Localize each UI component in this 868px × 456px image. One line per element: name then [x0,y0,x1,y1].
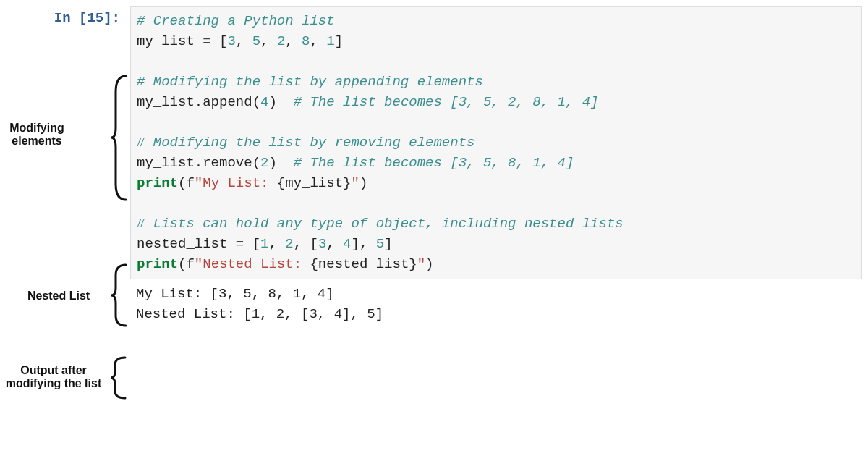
code-cell[interactable]: # Creating a Python list my_list = [3, 5… [130,6,862,279]
code-comment: # Modifying the list by appending elemen… [137,74,483,90]
input-prompt: In [15]: [54,10,120,26]
annotation-label: Output after modifying the list [0,364,110,391]
output-text: My List: [3, 5, 8, 1, 4] Nested List: [1… [130,279,862,329]
code-comment: # Lists can hold any type of object, inc… [137,216,624,232]
annotation-label: Modifying elements [4,122,70,148]
input-cell: In [15]: # Creating a Python list my_lis… [6,6,862,279]
output-cell: My List: [3, 5, 8, 1, 4] Nested List: [1… [6,279,862,329]
code-comment: # Creating a Python list [137,13,335,29]
annotation-label: Nested List [20,290,97,303]
code-text: my_list [137,33,203,49]
brace-icon [111,356,127,400]
op-equals: = [203,33,210,49]
code-comment: # Modifying the list by removing element… [137,135,475,151]
